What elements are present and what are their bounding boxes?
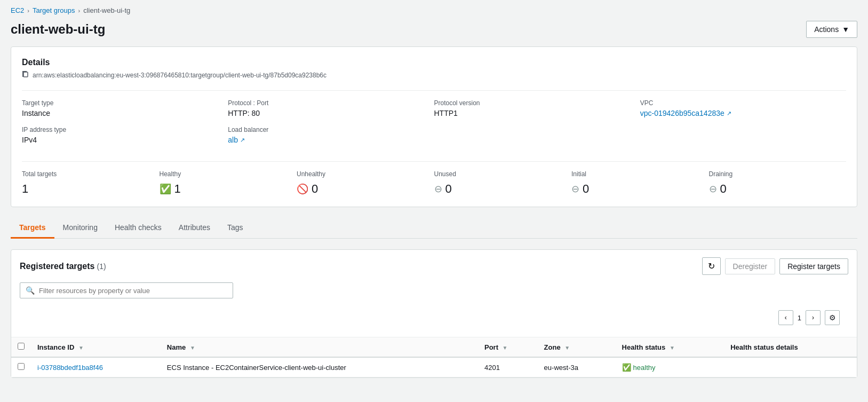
initial-icon: ⊖: [571, 183, 579, 195]
load-balancer-link[interactable]: alb ↗: [228, 136, 245, 144]
unhealthy-icon: 🚫: [297, 183, 308, 195]
prev-page-button[interactable]: ‹: [778, 310, 793, 325]
total-targets-label: Total targets: [22, 170, 149, 178]
actions-button[interactable]: Actions ▼: [806, 21, 857, 38]
instance-id-header[interactable]: Instance ID ▼: [31, 337, 161, 357]
healthy-check-icon: ✅: [622, 363, 631, 372]
next-page-button[interactable]: ›: [806, 310, 821, 325]
copy-icon[interactable]: [22, 70, 29, 80]
name-header[interactable]: Name ▼: [161, 337, 478, 357]
unhealthy-stat: Unhealthy 🚫 0: [297, 170, 434, 196]
search-icon: 🔍: [26, 286, 35, 295]
health-status-header[interactable]: Health status ▼: [616, 337, 724, 357]
details-arn-row: arn:aws:elasticloadbalancing:eu-west-3:0…: [22, 70, 846, 80]
deregister-button[interactable]: Deregister: [725, 258, 776, 274]
breadcrumb: EC2 › Target groups › client-web-ui-tg: [0, 0, 868, 19]
draining-stat: Draining ⊖ 0: [709, 170, 847, 196]
sort-icon: ▼: [503, 345, 508, 351]
protocol-version-group: Protocol version HTTP1: [434, 99, 640, 126]
page-title: client-web-ui-tg: [11, 22, 105, 37]
row-checkbox[interactable]: [18, 363, 25, 370]
protocol-port-label: Protocol : Port: [228, 99, 423, 107]
load-balancer-value: alb ↗: [228, 136, 423, 144]
select-all-checkbox[interactable]: [18, 343, 25, 350]
tab-health-checks[interactable]: Health checks: [106, 218, 170, 239]
target-type-group: Target type Instance: [22, 99, 228, 126]
row-checkbox-cell: [11, 357, 31, 377]
unused-label: Unused: [434, 170, 561, 178]
tab-tags[interactable]: Tags: [219, 218, 252, 239]
healthy-value: ✅ 1: [160, 182, 286, 196]
details-card: Details arn:aws:elasticloadbalancing:eu-…: [11, 46, 857, 207]
port-header[interactable]: Port ▼: [478, 337, 538, 357]
external-link-icon: ↗: [727, 110, 731, 117]
initial-stat: Initial ⊖ 0: [571, 170, 709, 196]
total-targets-stat: Total targets 1: [22, 170, 160, 196]
actions-label: Actions: [814, 25, 839, 34]
health-status-details-cell: [724, 357, 857, 377]
instance-id-cell: i-03788bdedf1ba8f46: [31, 357, 161, 377]
targets-table-container: Registered targets (1) ↻ Deregister Regi…: [11, 249, 857, 378]
healthy-icon: ✅: [160, 183, 171, 195]
unhealthy-label: Unhealthy: [297, 170, 424, 178]
sort-icon: ▼: [564, 345, 570, 351]
draining-label: Draining: [709, 170, 836, 178]
protocol-version-label: Protocol version: [434, 99, 630, 107]
table-toolbar: Registered targets (1) ↻ Deregister Regi…: [11, 250, 857, 337]
table-header-row: Instance ID ▼ Name ▼ Port ▼ Zone ▼: [11, 337, 857, 357]
protocol-port-value: HTTP: 80: [228, 109, 423, 117]
sort-icon: ▼: [78, 345, 84, 351]
breadcrumb-target-groups[interactable]: Target groups: [33, 6, 75, 14]
tabs-bar: Targets Monitoring Health checks Attribu…: [11, 218, 857, 239]
unused-stat: Unused ⊖ 0: [434, 170, 572, 196]
healthy-stat: Healthy ✅ 1: [160, 170, 297, 196]
ip-address-type-label: IP address type: [22, 126, 217, 133]
select-all-header: [11, 337, 31, 357]
section-count: (1): [97, 262, 106, 271]
page-header: client-web-ui-tg Actions ▼: [0, 19, 868, 46]
name-cell: ECS Instance - EC2ContainerService-clien…: [161, 357, 478, 377]
stats-row: Total targets 1 Healthy ✅ 1 Unhealthy 🚫 …: [22, 161, 846, 196]
details-title: Details: [22, 58, 846, 67]
table-settings-button[interactable]: ⚙: [825, 310, 840, 325]
vpc-label: VPC: [640, 99, 835, 107]
registered-targets-section: Registered targets (1) ↻ Deregister Regi…: [11, 249, 857, 378]
zone-cell: eu-west-3a: [538, 357, 616, 377]
sort-icon: ▼: [670, 345, 675, 351]
svg-rect-0: [23, 72, 28, 77]
unused-value: ⊖ 0: [434, 182, 561, 196]
section-title-row: Registered targets (1): [20, 262, 106, 271]
initial-value: ⊖ 0: [571, 182, 698, 196]
initial-label: Initial: [571, 170, 698, 178]
pagination-row: ‹ 1 › ⚙: [20, 306, 848, 329]
register-targets-button[interactable]: Register targets: [779, 258, 848, 274]
healthy-label: Healthy: [160, 170, 286, 178]
ip-address-type-value: IPv4: [22, 136, 217, 144]
tab-attributes[interactable]: Attributes: [170, 218, 219, 239]
section-header: Registered targets (1) ↻ Deregister Regi…: [20, 257, 848, 275]
breadcrumb-ec2[interactable]: EC2: [11, 6, 24, 14]
refresh-icon: ↻: [708, 262, 715, 271]
protocol-port-group: Protocol : Port HTTP: 80: [228, 99, 434, 126]
search-input[interactable]: [39, 287, 227, 295]
total-targets-value: 1: [22, 182, 149, 196]
table-row: i-03788bdedf1ba8f46 ECS Instance - EC2Co…: [11, 357, 857, 377]
table-actions: ↻ Deregister Register targets: [702, 257, 848, 275]
load-balancer-label: Load balancer: [228, 126, 423, 133]
vpc-value: vpc-019426b95ca14283e ↗: [640, 109, 835, 117]
arn-value: arn:aws:elasticloadbalancing:eu-west-3:0…: [33, 72, 327, 79]
unhealthy-value: 🚫 0: [297, 182, 424, 196]
tab-monitoring[interactable]: Monitoring: [54, 218, 106, 239]
health-status-cell: ✅ healthy: [616, 357, 724, 377]
sort-icon: ▼: [190, 345, 195, 351]
health-status-value: ✅ healthy: [622, 363, 718, 372]
vpc-link[interactable]: vpc-019426b95ca14283e ↗: [640, 109, 731, 117]
breadcrumb-current: client-web-ui-tg: [83, 6, 130, 14]
zone-header[interactable]: Zone ▼: [538, 337, 616, 357]
refresh-button[interactable]: ↻: [702, 257, 721, 275]
details-grid: Target type Instance Protocol : Port HTT…: [22, 90, 846, 153]
instance-id-link[interactable]: i-03788bdedf1ba8f46: [37, 364, 103, 372]
tab-targets[interactable]: Targets: [11, 218, 54, 239]
load-balancer-group: Load balancer alb ↗: [228, 126, 434, 153]
ip-address-type-group: IP address type IPv4: [22, 126, 228, 153]
